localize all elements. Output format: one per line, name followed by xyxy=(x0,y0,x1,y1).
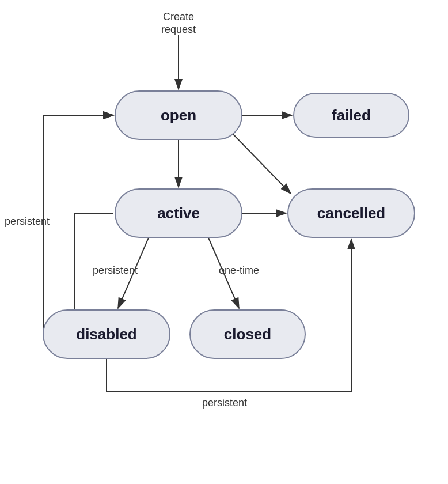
create-request-label: Create xyxy=(163,11,194,22)
persistent-bottom-label: persistent xyxy=(202,397,247,409)
failed-label: failed xyxy=(332,107,371,124)
active-label: active xyxy=(157,205,200,222)
create-request-label2: request xyxy=(161,24,196,35)
cancelled-label: cancelled xyxy=(317,205,386,222)
svg-line-4 xyxy=(230,131,291,194)
one-time-label: one-time xyxy=(219,264,259,276)
open-label: open xyxy=(161,107,196,124)
closed-label: closed xyxy=(224,326,271,343)
persistent-left-label: persistent xyxy=(5,215,50,227)
disabled-label: disabled xyxy=(76,326,136,343)
persistent-active-label: persistent xyxy=(93,264,138,276)
